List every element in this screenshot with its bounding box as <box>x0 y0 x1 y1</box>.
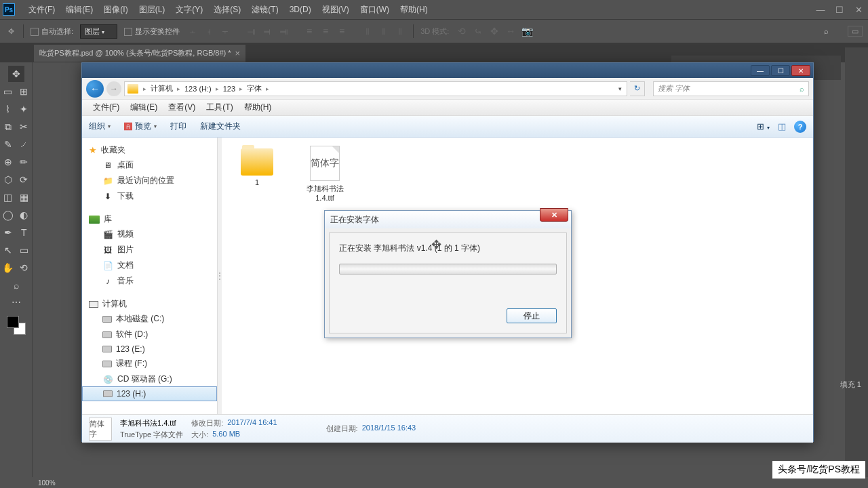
menu-window[interactable]: 窗口(W) <box>355 1 395 18</box>
exp-menu-help[interactable]: 帮助(H) <box>239 102 277 113</box>
align-right-icon[interactable]: ⫥ <box>277 25 290 37</box>
tab-close-icon[interactable]: × <box>235 48 241 58</box>
menu-help[interactable]: 帮助(H) <box>395 1 433 18</box>
3d-roll-icon[interactable]: ⤿ <box>472 25 484 37</box>
blur-tool[interactable]: ◯ <box>0 207 16 223</box>
search-input[interactable]: 搜索 字体 ⌕ <box>653 81 809 96</box>
exp-menu-edit[interactable]: 编辑(E) <box>125 102 163 113</box>
move-tool[interactable]: ✥ <box>8 66 24 82</box>
sidebar-item-f[interactable]: 课程 (F:) <box>82 356 217 371</box>
eyedrop-tool[interactable]: ✎ <box>0 136 16 152</box>
align-vcenter-icon[interactable]: ⫞ <box>203 25 215 37</box>
document-tab[interactable]: 吃货PS教程.psd @ 100% (头条号/吃货PS教程, RGB/8#) *… <box>34 45 245 62</box>
gradient-tool[interactable]: ▦ <box>16 189 33 205</box>
ps-close-icon[interactable]: ✕ <box>849 3 868 16</box>
view-mode-icon[interactable]: ⊞ ▾ <box>757 121 770 131</box>
eraser-tool[interactable]: ◫ <box>0 189 16 205</box>
dialog-title[interactable]: 正在安装字体 ✕ <box>325 211 571 228</box>
menu-layer[interactable]: 图层(L) <box>134 1 171 18</box>
menu-image[interactable]: 图像(I) <box>98 1 133 18</box>
artboard-tool[interactable]: ⊞ <box>16 83 33 100</box>
exp-menu-tools[interactable]: 工具(T) <box>201 102 238 113</box>
search-icon[interactable]: ⌕ <box>819 24 833 38</box>
stop-button[interactable]: 停止 <box>507 308 557 323</box>
zoom-level[interactable]: 100% <box>38 479 56 487</box>
ps-maximize-icon[interactable]: ☐ <box>830 3 849 16</box>
dialog-close-icon[interactable]: ✕ <box>540 208 568 222</box>
menu-edit[interactable]: 编辑(E) <box>60 1 98 18</box>
sidebar-item-h[interactable]: 123 (H:) <box>82 386 217 401</box>
exp-menu-view[interactable]: 查看(V) <box>163 102 201 113</box>
ps-minimize-icon[interactable]: — <box>811 3 830 16</box>
sidebar-item-g[interactable]: 💿CD 驱动器 (G:) <box>82 371 217 387</box>
wand-tool[interactable]: ✦ <box>16 101 33 117</box>
explorer-titlebar[interactable]: — ☐ ✕ <box>82 63 813 78</box>
exp-maximize-icon[interactable]: ☐ <box>771 65 790 76</box>
preview-pane-icon[interactable]: ◫ <box>778 121 786 131</box>
rotate-tool[interactable]: ⟲ <box>16 260 33 276</box>
align-bottom-icon[interactable]: ⫟ <box>219 25 231 37</box>
heal-tool[interactable]: ⊕ <box>0 154 16 170</box>
menu-3d[interactable]: 3D(D) <box>284 2 317 17</box>
sidebar-libraries-header[interactable]: 库 <box>82 212 217 226</box>
menu-type[interactable]: 文字(Y) <box>170 1 208 18</box>
align-hcenter-icon[interactable]: ⫤ <box>261 25 273 37</box>
hand-tool[interactable]: ✋ <box>0 260 16 276</box>
breadcrumb[interactable]: ▸ 计算机▸ 123 (H:)▸ 123▸ 字体▸ ▾ <box>124 81 627 96</box>
dodge-tool[interactable]: ◐ <box>16 207 33 223</box>
nav-forward-icon[interactable]: → <box>106 81 121 96</box>
print-button[interactable]: 打印 <box>170 121 186 132</box>
menu-filter[interactable]: 滤镜(T) <box>246 1 283 18</box>
menu-file[interactable]: 文件(F) <box>23 1 60 18</box>
sidebar-item-d[interactable]: 软件 (D:) <box>82 327 217 342</box>
sidebar-item-documents[interactable]: 📄文档 <box>82 258 217 273</box>
sidebar-item-desktop[interactable]: 🖥桌面 <box>82 157 217 173</box>
path-tool[interactable]: ↖ <box>0 242 16 258</box>
preview-button[interactable]: 🅰预览▾ <box>124 121 157 132</box>
sidebar-item-music[interactable]: ♪音乐 <box>82 273 217 289</box>
dist2-icon[interactable]: ≡ <box>319 25 332 37</box>
sidebar-item-videos[interactable]: 🎬视频 <box>82 226 217 242</box>
newfolder-button[interactable]: 新建文件夹 <box>200 121 241 132</box>
shape-tool[interactable]: ▭ <box>16 242 33 258</box>
layer-dropdown[interactable]: 图层 ▾ <box>80 24 117 39</box>
exp-menu-file[interactable]: 文件(F) <box>87 102 125 113</box>
stamp-tool[interactable]: ⬡ <box>0 171 16 188</box>
sidebar-favorites-header[interactable]: ★收藏夹 <box>82 143 217 157</box>
exp-close-icon[interactable]: ✕ <box>791 65 810 76</box>
lasso-tool[interactable]: ⌇ <box>0 101 16 117</box>
file-folder-1[interactable]: 1 <box>230 146 284 186</box>
align-top-icon[interactable]: ⫠ <box>186 25 199 37</box>
sidebar-item-c[interactable]: 本地磁盘 (C:) <box>82 311 217 327</box>
nav-back-icon[interactable]: ← <box>86 80 104 98</box>
color-swatch[interactable] <box>7 316 26 335</box>
sidebar-item-pictures[interactable]: 🖼图片 <box>82 242 217 258</box>
ruler-tool[interactable]: ⟋ <box>16 136 33 152</box>
brush-tool[interactable]: ✏ <box>16 154 33 170</box>
help-icon[interactable]: ? <box>794 121 806 133</box>
sidebar-item-recent[interactable]: 📁最近访问的位置 <box>82 173 217 188</box>
crop-tool[interactable]: ⧉ <box>0 119 16 135</box>
dist4-icon[interactable]: ⦀ <box>361 25 374 37</box>
dist1-icon[interactable]: ≡ <box>303 25 315 37</box>
slice-tool[interactable]: ✂ <box>16 119 33 135</box>
exp-minimize-icon[interactable]: — <box>751 65 770 76</box>
3d-pan-icon[interactable]: ✥ <box>488 25 500 37</box>
dist3-icon[interactable]: ≡ <box>336 25 348 37</box>
refresh-icon[interactable]: ↻ <box>630 81 645 96</box>
align-left-icon[interactable]: ⫣ <box>245 25 257 37</box>
edit-toolbar[interactable]: ⋯ <box>8 294 24 310</box>
marquee-tool[interactable]: ▭ <box>0 83 16 100</box>
history-brush[interactable]: ⟳ <box>16 171 33 188</box>
auto-select-checkbox[interactable]: 自动选择: <box>31 26 73 37</box>
sidebar-item-e[interactable]: 123 (E:) <box>82 342 217 356</box>
sidebar-item-downloads[interactable]: ⬇下载 <box>82 188 217 204</box>
sidebar-computer-header[interactable]: 计算机 <box>82 297 217 311</box>
zoom-tool[interactable]: ⌕ <box>8 277 24 293</box>
show-transform-checkbox[interactable]: 显示变换控件 <box>124 26 180 37</box>
dist5-icon[interactable]: ⦀ <box>378 25 390 37</box>
3d-slide-icon[interactable]: ↔ <box>505 25 517 37</box>
pen-tool[interactable]: ✒ <box>0 224 16 241</box>
type-tool[interactable]: T <box>16 224 33 241</box>
file-ttf[interactable]: 简体字 李旭科书法1.4.ttf <box>298 146 352 202</box>
